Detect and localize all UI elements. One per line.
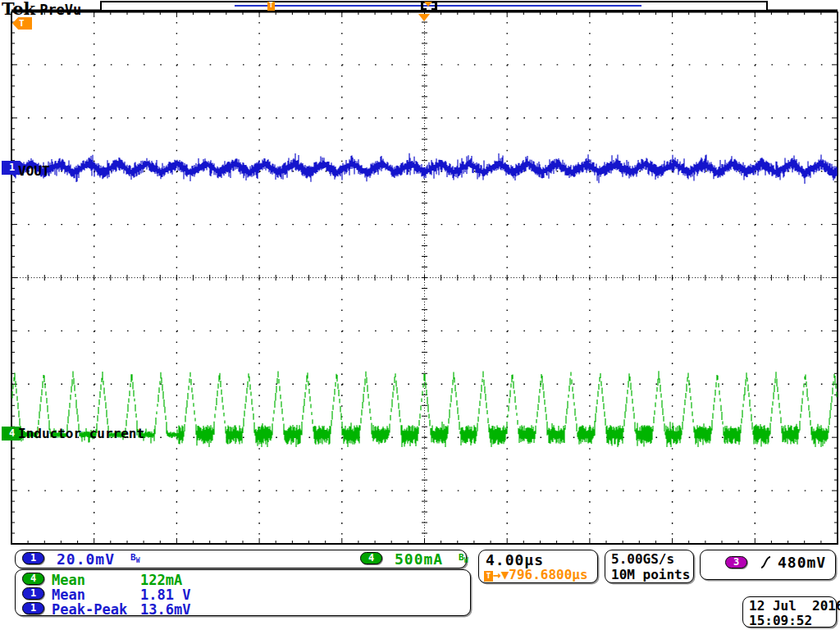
trigger-delay-readout: T→▼796.6800µs <box>484 567 588 582</box>
record-trigger-marker: T <box>267 2 275 11</box>
timebase-readout: 4.00µs T→▼796.6800µs <box>478 550 598 583</box>
date-text: 12 Jul 2016 <box>749 598 840 614</box>
oscilloscope-screen: { "header": { "logo": "Tek", "acq_mode":… <box>0 0 840 630</box>
graticule-frame <box>11 11 838 544</box>
trigger-source-badge: 3 <box>725 556 747 568</box>
timebase-scale: 4.00µs <box>486 551 544 568</box>
measurement-name: Mean <box>52 572 85 588</box>
sample-rate: 5.00GS/s <box>611 551 674 567</box>
measurement-value: 122mA <box>140 572 182 588</box>
record-view-bar: T <box>100 1 768 11</box>
measurement-name: Peak-Peak <box>52 601 127 618</box>
window-trigger-arrow-icon <box>424 2 432 7</box>
waveform-display <box>0 0 840 630</box>
measurements-panel: 4 Mean 122mA 1 Mean 1.81 V 1 Peak-Peak 1… <box>15 569 471 616</box>
trigger-position-arrow-icon <box>418 14 430 21</box>
ch1-waveform-label: VOUT <box>18 163 50 179</box>
graticule-ticks <box>11 11 838 544</box>
window-bracket-right <box>431 2 437 10</box>
record-extent-line <box>235 5 641 7</box>
measurement-row: 4 Mean 122mA <box>16 572 470 587</box>
rising-edge-slope-icon <box>760 555 773 571</box>
trigger-t-icon: T <box>484 571 493 582</box>
channel-scale-readout: 1 20.0mV BW 4 500mA BW <box>15 550 467 568</box>
measurement-row: 1 Peak-Peak 13.6mV <box>16 601 470 616</box>
measurement-channel-badge: 1 <box>22 602 44 614</box>
measurement-value: 1.81 V <box>140 587 190 603</box>
ch1-badge: 1 <box>22 552 44 564</box>
time-text: 15:09:52 <box>749 613 812 628</box>
ch1-waveform-trace <box>12 153 837 184</box>
ch4-scale: 500mA <box>395 550 443 568</box>
measurement-row: 1 Mean 1.81 V <box>16 587 470 601</box>
measurement-value: 13.6mV <box>140 601 190 618</box>
ch1-scale: 20.0mV <box>57 550 115 568</box>
acquisition-readout: 5.00GS/s 10M points <box>605 550 694 583</box>
brand-text: Tek <box>2 0 35 19</box>
record-length: 10M points <box>611 567 690 582</box>
ch4-badge: 4 <box>360 552 382 564</box>
trigger-readout: 3 480mV <box>700 550 836 580</box>
ch4-bandwidth-icon: BW <box>459 552 468 564</box>
datetime-readout: 12 Jul 2016 15:09:52 <box>742 596 837 628</box>
acquisition-mode-text: PreVu <box>39 2 81 18</box>
ch1-bandwidth-icon: BW <box>130 552 139 564</box>
ch4-waveform-label: Inductor current <box>18 426 144 441</box>
measurement-name: Mean <box>52 587 85 603</box>
trigger-level-tag: T <box>12 17 32 30</box>
measurement-channel-badge: 1 <box>22 587 44 600</box>
trigger-delay-value: 796.6800µs <box>509 567 587 582</box>
tek-logo: TekPreVu <box>2 0 81 19</box>
measurement-channel-badge: 4 <box>22 573 44 585</box>
trigger-level-value: 480mV <box>778 554 826 571</box>
